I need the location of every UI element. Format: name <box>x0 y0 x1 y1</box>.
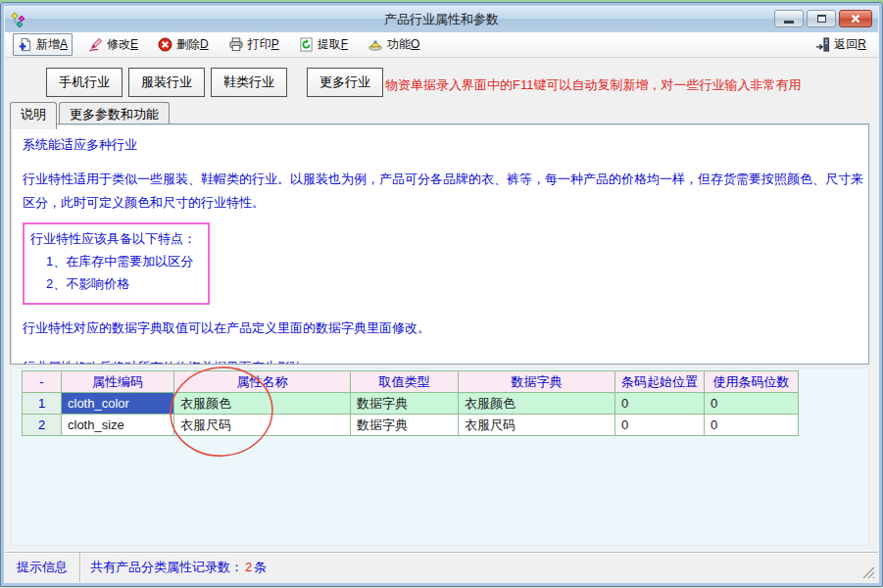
header-attr-code[interactable]: 属性编码 <box>62 371 174 393</box>
description-panel: 系统能适应多种行业 行业特性适用于类似一些服装、鞋帽类的行业。以服装也为例，产品… <box>10 123 869 365</box>
cell-barcode-digits[interactable]: 0 <box>705 393 799 415</box>
edit-icon <box>88 37 103 52</box>
cell-barcode-start[interactable]: 0 <box>615 415 705 436</box>
delete-icon <box>158 37 172 52</box>
app-window: 产品行业属性和参数 新增A <box>0 2 883 587</box>
industry-button-more[interactable]: 更多行业 <box>307 68 383 97</box>
cell-barcode-digits[interactable]: 0 <box>705 415 799 436</box>
feature-box: 行业特性应该具备以下特点： 1、在库存中需要加以区分 2、不影响价格 <box>23 222 210 305</box>
record-count-value: 2 <box>243 560 254 574</box>
extract-label: 提取 <box>318 37 341 51</box>
print-icon <box>228 37 244 52</box>
minimize-icon <box>784 21 794 24</box>
desc-line-4: 行业属性修改后将对所有的物资单据界面产生影响 <box>23 356 857 365</box>
row-number-cell[interactable]: 1 <box>23 393 62 415</box>
close-button[interactable] <box>839 10 872 27</box>
cell-data-dict[interactable]: 衣服尺码 <box>459 415 615 436</box>
cell-value-type[interactable]: 数据字典 <box>351 415 459 436</box>
return-button[interactable]: 返回R <box>811 34 870 55</box>
table-header-row: - 属性编码 属性名称 取值类型 数据字典 条码起始位置 使用条码位数 <box>23 371 799 393</box>
cell-data-dict[interactable]: 衣服颜色 <box>459 393 615 415</box>
function-icon <box>368 37 383 52</box>
close-icon <box>851 14 860 24</box>
function-label: 功能 <box>387 37 411 51</box>
row-number-cell[interactable]: 2 <box>23 415 62 436</box>
new-icon <box>18 37 32 52</box>
edit-label: 修改 <box>107 37 130 51</box>
print-button[interactable]: 打印P <box>224 34 283 55</box>
cell-attr-code-selected[interactable]: cloth_color <box>62 393 174 415</box>
header-barcode-start[interactable]: 条码起始位置 <box>615 371 705 393</box>
new-label: 新增 <box>36 37 60 51</box>
header-data-dict[interactable]: 数据字典 <box>459 371 615 393</box>
industry-button-clothing[interactable]: 服装行业 <box>128 68 205 97</box>
extract-icon <box>299 37 314 52</box>
status-label: 提示信息 <box>5 559 79 576</box>
cell-barcode-start[interactable]: 0 <box>615 393 705 415</box>
cell-attr-code[interactable]: cloth_size <box>62 415 174 436</box>
attribute-grid-region: - 属性编码 属性名称 取值类型 数据字典 条码起始位置 使用条码位数 1 cl… <box>11 368 869 546</box>
delete-label: 删除 <box>176 37 200 51</box>
header-value-type[interactable]: 取值类型 <box>351 371 459 393</box>
cell-attr-name[interactable]: 衣服颜色 <box>174 393 351 415</box>
print-label: 打印 <box>248 37 271 51</box>
status-bar: 提示信息 共有产品分类属性记录数：2条 <box>5 552 878 582</box>
maximize-icon <box>817 15 826 23</box>
extract-button[interactable]: 提取F <box>295 34 352 55</box>
feature-box-item-2: 2、不影响价格 <box>30 272 196 295</box>
attribute-table: - 属性编码 属性名称 取值类型 数据字典 条码起始位置 使用条码位数 1 cl… <box>22 370 799 436</box>
cell-attr-name[interactable]: 衣服尺码 <box>174 415 351 436</box>
resize-grip[interactable] <box>860 564 875 579</box>
cell-value-type[interactable]: 数据字典 <box>351 393 459 415</box>
main-panel: 手机行业 服装行业 鞋类行业 更多行业 物资单据录入界面中的F11键可以自动复制… <box>5 58 878 549</box>
toolbar: 新增A 修改E 删除D 打印P <box>5 32 878 58</box>
delete-button[interactable]: 删除D <box>154 34 213 55</box>
function-button[interactable]: 功能O <box>364 34 423 55</box>
tab-description[interactable]: 说明 <box>10 102 57 129</box>
industry-button-mobile[interactable]: 手机行业 <box>46 68 123 97</box>
table-row: 2 cloth_size 衣服尺码 数据字典 衣服尺码 0 0 <box>23 415 799 436</box>
industry-button-row: 手机行业 服装行业 鞋类行业 更多行业 <box>46 68 383 97</box>
header-attr-name[interactable]: 属性名称 <box>174 371 351 393</box>
header-barcode-digits[interactable]: 使用条码位数 <box>705 371 799 393</box>
title-bar: 产品行业属性和参数 <box>5 7 878 32</box>
record-count-message: 共有产品分类属性记录数：2条 <box>80 559 267 576</box>
maximize-button[interactable] <box>807 10 836 27</box>
desc-line-3: 行业特性对应的数据字典取值可以在产品定义里面的数据字典里面修改。 <box>23 317 857 340</box>
feature-box-item-1: 1、在库存中需要加以区分 <box>30 250 196 272</box>
return-exit-icon <box>815 37 830 52</box>
header-row-selector[interactable]: - <box>23 371 62 393</box>
feature-box-title: 行业特性应该具备以下特点： <box>30 227 196 250</box>
minimize-button[interactable] <box>774 10 804 27</box>
new-button[interactable]: 新增A <box>13 33 73 56</box>
desc-line-2: 行业特性适用于类似一些服装、鞋帽类的行业。以服装也为例，产品可分各品牌的衣、裤等… <box>23 168 867 215</box>
f11-hint-text: 物资单据录入界面中的F11键可以自动复制新增，对一些行业输入非常有用 <box>385 76 801 94</box>
industry-button-shoes[interactable]: 鞋类行业 <box>211 68 287 97</box>
desc-line-1: 系统能适应多种行业 <box>23 133 857 157</box>
edit-button[interactable]: 修改E <box>84 34 142 55</box>
return-label: 返回 <box>834 37 858 51</box>
table-row: 1 cloth_color 衣服颜色 数据字典 衣服颜色 0 0 <box>23 393 799 415</box>
window-title: 产品行业属性和参数 <box>5 11 878 28</box>
